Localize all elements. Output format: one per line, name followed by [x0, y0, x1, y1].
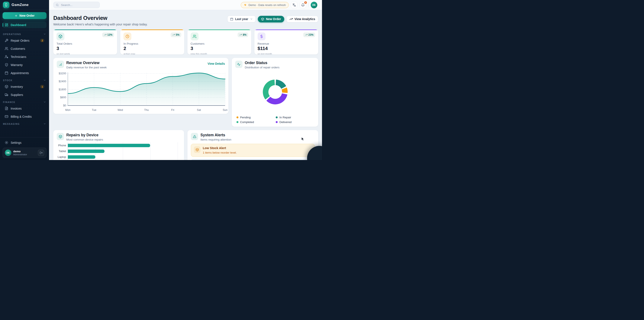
activity-icon [235, 61, 242, 68]
card-subtitle: Daily revenue for the past week [66, 66, 106, 69]
sidebar-item-label: Invoices [11, 107, 22, 110]
sidebar-item-billing-credits[interactable]: Billing & Credits [2, 113, 46, 120]
sidebar-item-dashboard[interactable]: Dashboard [2, 22, 46, 28]
stat-sub: new this month [191, 53, 248, 55]
user-name: demo [13, 150, 27, 153]
bar-row-phone: Phone [57, 142, 178, 148]
sidebar-item-invoices[interactable]: Invoices [2, 105, 46, 112]
user-card[interactable]: DE demo Administrator [2, 148, 46, 158]
system-alerts-card: System Alerts Items requiring attention … [188, 130, 318, 160]
chevron-icon [43, 79, 46, 82]
demo-badge: Demo · Data resets on refresh [241, 2, 289, 8]
revenue-area-chart: $0$800$1600$2400$3200MonTueWedThuFriSatS… [53, 70, 228, 114]
search-box[interactable] [53, 2, 100, 8]
repairs-bar-chart: Phone Tablet Laptop Watch [57, 142, 178, 160]
legend-dot [236, 121, 238, 123]
sidebar-item-suppliers[interactable]: Suppliers [2, 91, 46, 98]
lang-icon [292, 3, 296, 7]
notifications-button[interactable]: 3 [300, 2, 306, 8]
sidebar-item-settings[interactable]: Settings [2, 139, 46, 146]
view-analytics-button[interactable]: View Analytics [286, 16, 318, 23]
date-range-select[interactable]: Last year [227, 16, 256, 23]
legend-dot [276, 121, 278, 123]
chevron-icon [250, 18, 253, 21]
svg-text:Mon: Mon [65, 108, 70, 111]
view-details-link[interactable]: View Details [208, 62, 225, 65]
bar-laptop[interactable] [68, 155, 95, 159]
file-icon [5, 107, 8, 110]
donut-segment-delivered[interactable] [268, 94, 284, 102]
bar-phone[interactable] [68, 144, 150, 147]
dashboard-content: Dashboard Overview Welcome back! Here's … [49, 10, 322, 160]
sidebar-item-label: Warranty [11, 63, 22, 67]
svg-text:$0: $0 [63, 104, 66, 107]
language-button[interactable] [291, 2, 298, 8]
gear-icon [5, 141, 8, 144]
stat-card-revenue[interactable]: 23% Revenue $114 vs last month [254, 30, 318, 55]
sidebar-item-inventory[interactable]: Inventory 1 [2, 83, 46, 90]
stat-icon [56, 33, 64, 40]
sidebar-item-warranty[interactable]: Warranty [2, 62, 46, 68]
usercog-icon [5, 55, 8, 59]
wrench-icon [5, 39, 8, 42]
divider [2, 30, 46, 30]
stat-cards-row: 12% Total Orders 3 vs last week 5% In Pr… [53, 30, 318, 55]
card-subtitle: Most common device repairs [66, 138, 103, 141]
bar-tablet[interactable] [68, 149, 104, 153]
package-icon [58, 34, 62, 39]
bar-row-watch: Watch [57, 160, 178, 160]
package-icon [261, 18, 264, 21]
order-status-donut [232, 69, 318, 116]
sidebar-item-appointments[interactable]: Appointments [2, 70, 46, 76]
sidebar-section-finance[interactable]: FINANCE [3, 101, 46, 103]
sidebar-item-label: Customers [11, 47, 25, 50]
chevron-icon [43, 101, 46, 103]
alert-title: Low Stock Alert [203, 146, 237, 150]
logout-button[interactable] [38, 150, 44, 156]
stat-card-customers[interactable]: 8% Customers 3 new this month [188, 30, 251, 55]
stat-label: Total Orders [56, 42, 114, 45]
package-icon [194, 146, 200, 153]
sidebar-item-technicians[interactable]: Technicians [2, 53, 46, 60]
sidebar-section-operations[interactable]: OPERATIONS [3, 33, 46, 36]
search-input[interactable] [60, 3, 98, 7]
count-badge: 1 [40, 85, 44, 88]
sidebar-section-messaging[interactable]: MESSAGING [3, 122, 46, 125]
svg-text:Fri: Fri [171, 108, 174, 111]
donut-segment-pending[interactable] [284, 88, 285, 93]
donut-segment-completed[interactable] [266, 82, 274, 98]
count-badge: 2 [40, 39, 44, 42]
repairs-by-device-card: Repairs by Device Most common device rep… [53, 130, 184, 160]
alert-low-stock-alert[interactable]: Low Stock Alert 1 items below reorder le… [191, 144, 315, 157]
sidebar-new-order-button[interactable]: New Order [2, 12, 46, 19]
stat-value: 3 [191, 46, 248, 51]
stat-card-in-progress[interactable]: 5% In Progress 2 active now [120, 30, 184, 55]
sidebar-section-stock[interactable]: STOCK [3, 79, 46, 82]
svg-text:Wed: Wed [118, 108, 123, 111]
trend-badge: 8% [238, 33, 248, 37]
logo-row: GsmZone [0, 0, 49, 10]
svg-text:$800: $800 [60, 96, 66, 99]
package-icon [59, 135, 62, 138]
revenue-overview-card: Revenue Overview Daily revenue for the p… [53, 58, 228, 114]
donut-legend: Pending In Repair Completed Delivered [232, 116, 318, 127]
bar-chart-icon [57, 61, 64, 68]
sidebar-item-customers[interactable]: Customers [2, 45, 46, 52]
sidebar-item-label: Suppliers [11, 93, 23, 97]
card-title: Repairs by Device [66, 133, 103, 137]
legend-dot [276, 116, 278, 118]
new-order-button[interactable]: New Order [258, 16, 284, 23]
calendar-icon [5, 71, 8, 75]
notification-count-badge: 3 [304, 1, 307, 4]
stat-label: Customers [191, 42, 248, 45]
donut-segment-in-repair[interactable] [276, 82, 284, 87]
package-icon [57, 133, 64, 140]
user-avatar[interactable]: DE [311, 2, 317, 8]
alert-pending-orders[interactable]: Pending Orders 2 orders in progress [191, 159, 315, 160]
stat-icon [124, 33, 131, 40]
stat-sub: vs last month [258, 53, 315, 55]
stat-card-total-orders[interactable]: 12% Total Orders 3 vs last week [53, 30, 117, 55]
topbar-actions: Demo · Data resets on refresh 3 DE [241, 2, 317, 8]
page-header: Dashboard Overview Welcome back! Here's … [53, 15, 318, 26]
sidebar-item-repair-orders[interactable]: Repair Orders 2 [2, 37, 46, 44]
